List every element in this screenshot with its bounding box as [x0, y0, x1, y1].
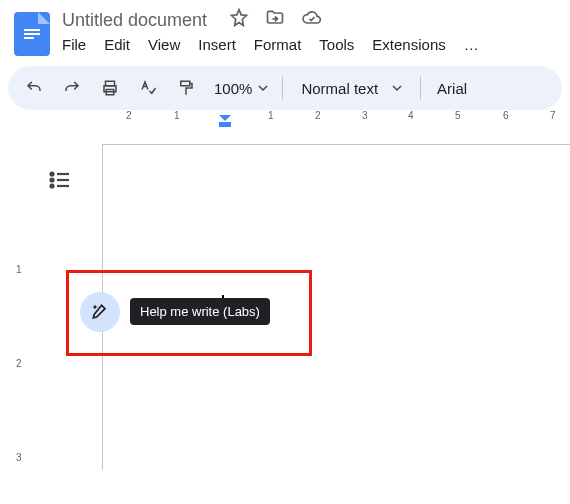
redo-button[interactable]	[58, 74, 86, 102]
star-icon[interactable]	[229, 8, 249, 32]
font-select[interactable]: Arial	[431, 80, 473, 97]
menu-more[interactable]: …	[464, 36, 479, 53]
ruler-num: 3	[16, 452, 22, 463]
menu-insert[interactable]: Insert	[198, 36, 236, 53]
chevron-down-icon	[392, 83, 402, 93]
menu-view[interactable]: View	[148, 36, 180, 53]
horizontal-ruler[interactable]: 2 1 1 2 3 4 5 6 7	[14, 110, 570, 128]
ruler-num: 7	[550, 110, 556, 121]
ruler-num: 6	[503, 110, 509, 121]
menubar: File Edit View Insert Format Tools Exten…	[62, 36, 556, 53]
svg-point-5	[51, 173, 54, 176]
indent-marker[interactable]	[218, 114, 232, 128]
cloud-done-icon[interactable]	[301, 8, 323, 32]
zoom-select[interactable]: 100%	[210, 80, 272, 97]
separator	[420, 76, 421, 100]
spellcheck-button[interactable]	[134, 74, 162, 102]
menu-format[interactable]: Format	[254, 36, 302, 53]
ruler-num: 1	[268, 110, 274, 121]
svg-rect-3	[181, 81, 190, 86]
ruler-num: 4	[408, 110, 414, 121]
svg-point-7	[51, 179, 54, 182]
menu-file[interactable]: File	[62, 36, 86, 53]
zoom-value: 100%	[214, 80, 252, 97]
ruler-num: 3	[362, 110, 368, 121]
svg-rect-4	[219, 122, 231, 127]
ruler-num: 5	[455, 110, 461, 121]
ruler-num: 2	[315, 110, 321, 121]
style-value: Normal text	[301, 80, 378, 97]
magic-pencil-icon	[90, 302, 110, 322]
menu-extensions[interactable]: Extensions	[372, 36, 445, 53]
tooltip: Help me write (Labs)	[130, 298, 270, 325]
document-title[interactable]: Untitled document	[62, 10, 207, 31]
paragraph-style-select[interactable]: Normal text	[293, 80, 410, 97]
undo-button[interactable]	[20, 74, 48, 102]
toolbar: 100% Normal text Arial	[8, 66, 562, 110]
separator	[282, 76, 283, 100]
folder-move-icon[interactable]	[265, 8, 285, 32]
ruler-num: 1	[174, 110, 180, 121]
menu-tools[interactable]: Tools	[319, 36, 354, 53]
paint-format-button[interactable]	[172, 74, 200, 102]
chevron-down-icon	[258, 83, 268, 93]
ruler-num: 1	[16, 264, 22, 275]
document-outline-button[interactable]	[48, 168, 72, 192]
menu-edit[interactable]: Edit	[104, 36, 130, 53]
ruler-num: 2	[16, 358, 22, 369]
svg-point-9	[51, 185, 54, 188]
docs-logo[interactable]	[14, 12, 50, 56]
print-button[interactable]	[96, 74, 124, 102]
ruler-num: 2	[126, 110, 132, 121]
vertical-ruler[interactable]: 1 2 3	[14, 146, 32, 470]
help-me-write-button[interactable]	[80, 292, 120, 332]
